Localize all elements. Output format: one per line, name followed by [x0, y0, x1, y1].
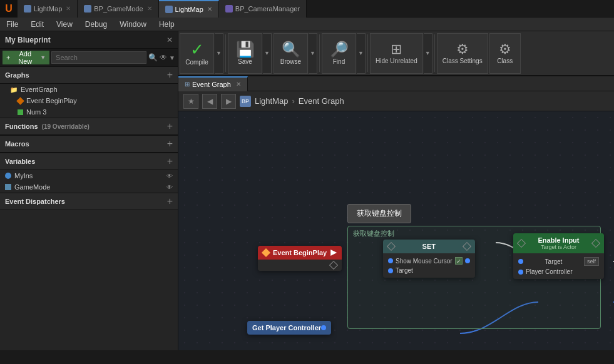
back-button[interactable]: ◀: [202, 94, 217, 109]
target-label-set: Target: [396, 267, 413, 274]
close-icon[interactable]: ✕: [166, 36, 173, 44]
macros-label: Macros: [5, 140, 29, 148]
pin-target-set: [388, 268, 393, 273]
macros-header[interactable]: Macros +: [0, 135, 178, 153]
set-node-label: SET: [422, 243, 436, 250]
functions-add-icon[interactable]: +: [167, 121, 173, 132]
node-set[interactable]: SET Show Mouse Cursor ✓ Target: [383, 240, 475, 278]
exec-in-enable-icon: [517, 239, 526, 248]
search-input[interactable]: [51, 51, 146, 64]
event-graph-tab-label: Event Graph: [192, 81, 231, 88]
tab-icon-lightmap1: [24, 5, 31, 13]
pin-show-mouse: [388, 258, 393, 263]
compile-button[interactable]: ✓ Compile: [180, 33, 214, 74]
bookmark-button[interactable]: ★: [183, 94, 198, 109]
save-label: Save: [238, 58, 252, 65]
tab-close-icon[interactable]: ✕: [236, 81, 241, 88]
eye-myins-icon[interactable]: 👁: [166, 173, 173, 179]
browse-button[interactable]: 🔍 Browse: [274, 33, 308, 74]
menu-view[interactable]: View: [50, 18, 79, 31]
tab-bp-cameramanager[interactable]: BP_CameraManager: [219, 0, 307, 18]
dispatchers-label: Event Dispatchers: [5, 198, 65, 205]
macros-add-icon[interactable]: +: [167, 138, 173, 149]
functions-header[interactable]: Functions (19 Overridable) +: [0, 118, 178, 135]
tab-icon-lightmap2: [165, 6, 173, 13]
tree-item-num3[interactable]: Num 3: [0, 106, 178, 118]
dispatchers-header[interactable]: Event Dispatchers +: [0, 193, 178, 210]
variables-add-icon[interactable]: +: [167, 156, 173, 167]
menu-file[interactable]: File: [0, 18, 24, 31]
menu-help[interactable]: Help: [153, 18, 181, 31]
tab-lightmap2[interactable]: LightMap ✕: [159, 0, 219, 18]
menu-window[interactable]: Window: [113, 18, 153, 31]
save-dropdown[interactable]: ▼: [263, 33, 272, 74]
tree-item-myins[interactable]: MyIns 👁: [0, 170, 178, 181]
graphs-add-icon[interactable]: +: [167, 69, 173, 81]
num3-label: Num 3: [26, 108, 46, 116]
tooltip-bubble: 获取键盘控制: [347, 204, 411, 223]
node-event-beginplay[interactable]: Event BeginPlay: [258, 246, 342, 271]
hide-unrelated-icon: ⊞: [391, 43, 402, 56]
toolbar-separator-2: [319, 34, 320, 72]
section-graphs: Graphs + 📁 EventGraph Event BeginPlay Nu…: [0, 67, 178, 118]
dispatchers-add-icon[interactable]: +: [167, 196, 173, 207]
class-button[interactable]: ⚙ Class: [489, 33, 521, 74]
compile-label: Compile: [185, 59, 208, 66]
square-icon-gamemode: [5, 184, 11, 190]
tab-close-lightmap2[interactable]: ✕: [207, 6, 212, 13]
tree-item-eventgraph[interactable]: 📁 EventGraph: [0, 84, 178, 95]
find-button[interactable]: 🔎 Find: [322, 33, 356, 74]
node-enable-input[interactable]: Enable Input Target is Actor Target self…: [513, 233, 604, 279]
graph-canvas[interactable]: 获取键盘控制 获取键盘控制 Event BeginPlay: [178, 111, 614, 350]
tab-lightmap1[interactable]: LightMap ✕: [18, 0, 78, 18]
tab-event-graph[interactable]: ⊞ Event Graph ✕: [178, 76, 248, 91]
eye-gamemode-icon[interactable]: 👁: [166, 184, 173, 191]
target-enable-label: Target: [545, 258, 563, 265]
hide-unrelated-button[interactable]: ⊞ Hide Unrelated: [370, 33, 423, 74]
exec-out-enable-icon: [591, 239, 600, 248]
event-beginplay-node-label: Event BeginPlay: [273, 249, 327, 256]
functions-label: Functions (19 Overridable): [5, 123, 90, 130]
menu-edit[interactable]: Edit: [24, 18, 50, 31]
hide-unrelated-dropdown[interactable]: ▼: [424, 33, 432, 74]
eventgraph-label: EventGraph: [21, 86, 58, 93]
add-new-button[interactable]: + Add New ▼: [3, 51, 49, 64]
event-diamond-icon: [262, 248, 270, 257]
menu-debug[interactable]: Debug: [79, 18, 113, 31]
browse-dropdown[interactable]: ▼: [309, 33, 317, 74]
myins-label: MyIns: [14, 172, 33, 179]
dropdown-icon[interactable]: ▼: [169, 54, 175, 61]
breadcrumb-eventgraph: Event Graph: [299, 96, 344, 106]
compile-dropdown[interactable]: ▼: [215, 33, 223, 74]
variables-header[interactable]: Variables +: [0, 153, 178, 170]
find-dropdown[interactable]: ▼: [357, 33, 366, 74]
class-icon: ⚙: [499, 43, 511, 56]
grid-icon: [18, 109, 23, 115]
save-button[interactable]: 💾 Save: [228, 33, 262, 74]
section-functions: Functions (19 Overridable) +: [0, 118, 178, 135]
class-settings-button[interactable]: ⚙ Class Settings: [437, 33, 488, 74]
checkbox-show-mouse[interactable]: ✓: [455, 257, 463, 265]
breadcrumb: LightMap › Event Graph: [255, 96, 344, 106]
class-settings-icon: ⚙: [456, 43, 469, 56]
graphs-header[interactable]: Graphs +: [0, 67, 178, 84]
tab-close-lightmap1[interactable]: ✕: [66, 5, 71, 12]
tree-item-event-beginplay[interactable]: Event BeginPlay: [0, 95, 178, 106]
eye-icon[interactable]: 👁: [160, 53, 167, 62]
find-label: Find: [333, 58, 345, 65]
forward-button[interactable]: ▶: [221, 94, 236, 109]
tab-close-bp-gamemode[interactable]: ✕: [147, 5, 152, 12]
tree-item-gamemode[interactable]: GameMode 👁: [0, 181, 178, 193]
tab-label-lightmap1: LightMap: [34, 5, 62, 13]
section-macros: Macros +: [0, 135, 178, 153]
class-label: Class: [497, 58, 513, 64]
tab-label-lightmap2: LightMap: [175, 6, 203, 13]
tab-icon-bp-gamemode: [84, 5, 91, 13]
toolbar-separator-4: [434, 34, 435, 72]
node-get-player-controller[interactable]: Get Player Controller: [247, 321, 331, 335]
getpc-label: Get Player Controller: [252, 324, 321, 331]
tab-bp-gamemode[interactable]: BP_GameMode ✕: [78, 0, 158, 18]
pin-player-controller: [518, 270, 523, 275]
exec-out-set-icon: [463, 242, 471, 251]
breadcrumb-chevron-icon: ›: [292, 96, 294, 106]
